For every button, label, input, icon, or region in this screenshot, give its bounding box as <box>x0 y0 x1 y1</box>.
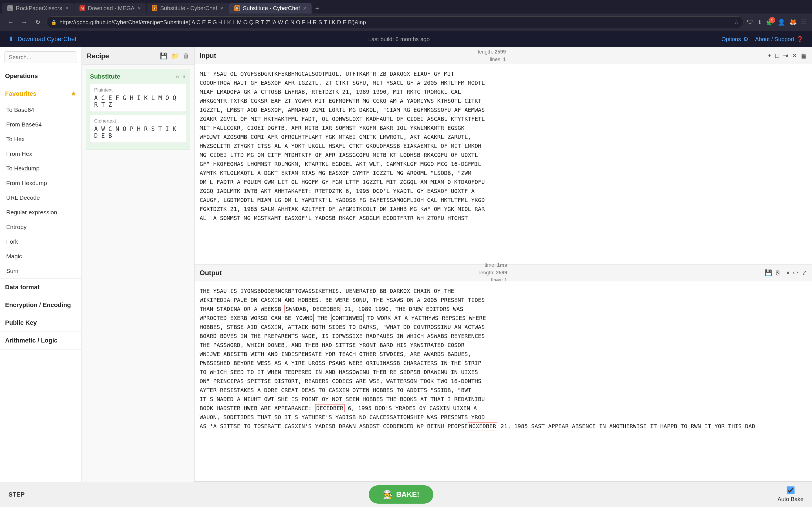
highlight-continwed: CONTINWED <box>331 314 364 322</box>
refresh-button[interactable]: ↻ <box>33 17 43 27</box>
sidebar-item-to-hex[interactable]: To Hex <box>0 132 82 147</box>
main-layout: Operations Favourites ★ To Base64 From B… <box>0 47 812 482</box>
shield-icon[interactable]: 🛡 <box>747 18 753 26</box>
encryption-header[interactable]: Encryption / Encoding <box>0 296 82 314</box>
recipe-op-controls: ⊘ ⏸ <box>176 75 186 79</box>
sidebar: Operations Favourites ★ To Base64 From B… <box>0 47 82 482</box>
sidebar-item-fork[interactable]: Fork <box>0 234 82 249</box>
back-button[interactable]: ← <box>6 17 16 27</box>
search-input[interactable] <box>4 51 77 63</box>
recipe-ciphertext-value[interactable]: A W C N O P H R S T I K D E B <box>94 126 182 139</box>
options-button[interactable]: Options ⚙ <box>721 36 748 43</box>
download-icon[interactable]: ⬇ <box>757 18 762 26</box>
recipe-title: Recipe <box>87 52 109 60</box>
extension-icon[interactable]: 🧩9 <box>766 18 774 26</box>
recipe-op-name: Substitute <box>90 73 120 80</box>
sidebar-item-sum[interactable]: Sum <box>0 264 82 278</box>
sidebar-item-entropy[interactable]: Entropy <box>0 220 82 234</box>
data-format-header[interactable]: Data format <box>0 279 82 296</box>
bookmark-icon[interactable]: ☆ <box>734 19 739 25</box>
tab-label-3: Substitute - CyberChef <box>160 5 217 11</box>
address-bar[interactable]: 🔒 https://gchq.github.io/CyberChef/#reci… <box>46 16 744 28</box>
tab-close-3[interactable]: ✕ <box>220 6 223 11</box>
auto-bake-label: Auto Bake <box>777 496 804 503</box>
tab-favicon-3: 🍳 <box>152 5 157 11</box>
output-save-button[interactable]: 💾 <box>765 269 772 277</box>
favourites-header[interactable]: Favourites ★ <box>0 85 82 103</box>
recipe-ciphertext-field: Ciphertext A W C N O P H R S T I K D E B <box>90 115 186 143</box>
tab-cyberchef-4[interactable]: 🍳 Substitute - CyberChef ✕ <box>229 3 311 13</box>
sidebar-section-encryption: Encryption / Encoding <box>0 296 82 314</box>
gear-icon: ⚙ <box>743 36 748 43</box>
output-section: Output time: 1ms length: 2599 lines: 1 💾… <box>195 265 812 482</box>
sidebar-item-from-base64[interactable]: From Base64 <box>0 117 82 132</box>
auto-bake-checkbox[interactable] <box>786 487 795 494</box>
operations-label: Operations <box>5 72 38 80</box>
recipe-toolbar: 💾 📁 🗑 <box>160 52 189 60</box>
sidebar-item-to-hexdump[interactable]: To Hexdump <box>0 161 82 176</box>
tab-rockpaper[interactable]: 🪨 RockPaperXissors ✕ <box>2 3 74 13</box>
sidebar-item-from-hex[interactable]: From Hex <box>0 147 82 161</box>
input-header: Input length: 2599 lines: 1 + □ ⇥ ✕ ▦ <box>195 47 812 64</box>
output-undo-button[interactable]: ↩ <box>793 269 798 277</box>
highlight-yownd: YOWND <box>295 314 314 322</box>
input-grid-button[interactable]: ⇥ <box>783 52 788 59</box>
input-layout-button[interactable]: ▦ <box>801 52 807 59</box>
fox-icon[interactable]: 🦊 <box>789 18 797 26</box>
arithmetic-header[interactable]: Arithmetic / Logic <box>0 332 82 349</box>
app-header: ⬇ Download CyberChef Last build: 6 month… <box>0 31 812 47</box>
sidebar-item-magic[interactable]: Magic <box>0 249 82 264</box>
sidebar-section-favourites: Favourites ★ To Base64 From Base64 To He… <box>0 85 82 279</box>
build-info: Last build: 6 months ago <box>368 36 430 43</box>
tab-mega[interactable]: M Download - MEGA ✕ <box>74 3 146 13</box>
public-key-header[interactable]: Public Key <box>0 314 82 332</box>
app-header-right: Options ⚙ About / Support ❓ <box>721 36 804 43</box>
sidebar-item-regex[interactable]: Regular expression <box>0 205 82 220</box>
recipe-folder-button[interactable]: 📁 <box>171 52 179 60</box>
recipe-ciphertext-label: Ciphertext <box>94 118 182 124</box>
encryption-label: Encryption / Encoding <box>5 301 71 309</box>
star-icon: ★ <box>71 90 77 98</box>
about-button[interactable]: About / Support ❓ <box>755 36 804 43</box>
input-title: Input <box>200 52 216 60</box>
profile-icon[interactable]: 👤 <box>777 18 785 26</box>
input-delete-button[interactable]: ✕ <box>792 52 797 59</box>
tab-bar: 🪨 RockPaperXissors ✕ M Download - MEGA ✕… <box>0 0 812 13</box>
menu-icon[interactable]: ☰ <box>801 18 806 26</box>
tab-cyberchef-3[interactable]: 🍳 Substitute - CyberChef ✕ <box>147 3 229 13</box>
forward-button[interactable]: → <box>19 17 29 27</box>
output-meta: time: 1ms length: 2599 lines: 1 <box>479 262 507 284</box>
tab-close-2[interactable]: ✕ <box>137 6 141 11</box>
recipe-delete-button[interactable]: 🗑 <box>183 52 189 60</box>
browser-chrome: 🪨 RockPaperXissors ✕ M Download - MEGA ✕… <box>0 0 812 31</box>
new-tab-button[interactable]: + <box>312 3 322 13</box>
recipe-op-header: Substitute ⊘ ⏸ <box>90 73 186 80</box>
sidebar-section-arithmetic: Arithmetic / Logic <box>0 332 82 349</box>
recipe-plaintext-field: Plaintext A C E F G H I K L M O Q R T Z <box>90 83 186 112</box>
sidebar-item-to-base64[interactable]: To Base64 <box>0 103 82 117</box>
output-expand-button[interactable]: ⤢ <box>802 269 807 277</box>
tab-favicon-2: M <box>80 5 85 11</box>
tab-close-1[interactable]: ✕ <box>65 6 69 11</box>
url-text: https://gchq.github.io/CyberChef/#recipe… <box>59 19 731 25</box>
tab-favicon-4: 🍳 <box>234 5 240 11</box>
output-header: Output time: 1ms length: 2599 lines: 1 💾… <box>195 265 812 281</box>
input-tab-button[interactable]: □ <box>775 52 779 59</box>
sidebar-item-from-hexdump[interactable]: From Hexdump <box>0 176 82 190</box>
public-key-label: Public Key <box>5 319 37 327</box>
tab-label-1: RockPaperXissors <box>16 5 62 11</box>
recipe-plaintext-value[interactable]: A C E F G H I K L M O Q R T Z <box>94 95 182 108</box>
recipe-op-disable-button[interactable]: ⊘ <box>176 75 179 79</box>
recipe-op-pause-button[interactable]: ⏸ <box>183 75 186 79</box>
output-copy-button[interactable]: ⎘ <box>776 269 780 277</box>
operations-header[interactable]: Operations <box>0 67 82 85</box>
input-content[interactable]: MIT YSAU OL OYGFSBDGRTKFEKBHMGCALSOQTMIO… <box>195 64 812 264</box>
sidebar-item-url-decode[interactable]: URL Decode <box>0 190 82 205</box>
bake-button[interactable]: 👨‍🍳 BAKE! <box>369 485 434 504</box>
recipe-save-button[interactable]: 💾 <box>160 52 167 60</box>
input-add-button[interactable]: + <box>768 52 771 59</box>
output-replace-button[interactable]: ⇥ <box>784 269 789 277</box>
download-cyberchef-link[interactable]: ⬇ Download CyberChef <box>8 36 77 43</box>
tab-close-4[interactable]: ✕ <box>303 6 306 11</box>
io-panel: Input length: 2599 lines: 1 + □ ⇥ ✕ ▦ MI… <box>195 47 812 482</box>
